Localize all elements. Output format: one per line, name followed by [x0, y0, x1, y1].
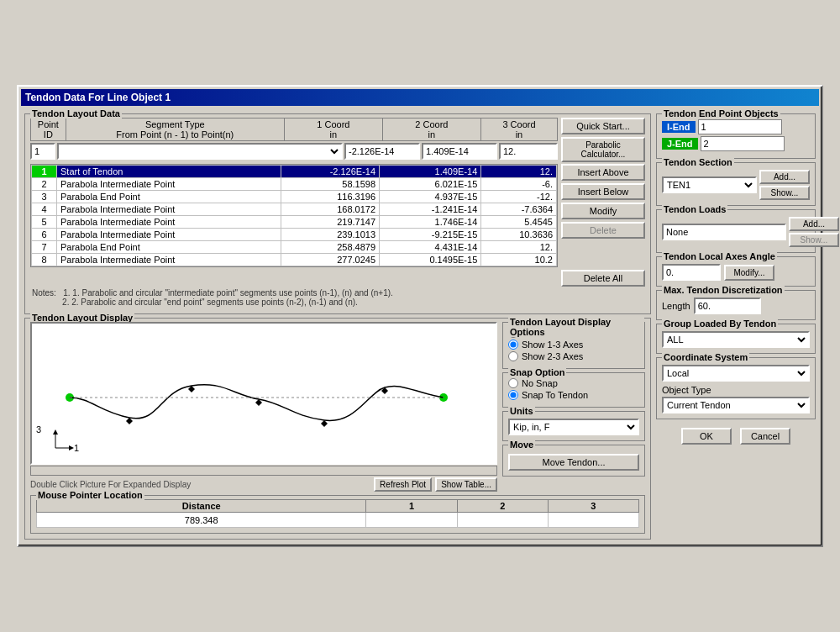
table-row[interactable]: 8Parabola Intermediate Point277.02450.14… [32, 254, 557, 266]
local-axes-input[interactable] [662, 264, 721, 281]
move-tendon-button[interactable]: Move Tendon... [508, 454, 639, 471]
quick-start-button[interactable]: Quick Start... [561, 118, 645, 134]
local-axes-title: Tendon Local Axes Angle [662, 251, 777, 261]
tendon-section-select[interactable]: TEN1 [662, 176, 757, 193]
move-title: Move [508, 440, 535, 450]
main-window: Tendon Data For Line Object 1 Tendon Lay… [17, 85, 823, 547]
display-options-title: Tendon Layout Display Options [508, 317, 644, 337]
group-loaded-title: Group Loaded By Tendon [662, 319, 778, 329]
loads-show-button[interactable]: Show... [789, 233, 839, 247]
show-13-axes-radio[interactable] [508, 340, 518, 350]
object-type-select[interactable]: Current Tendon All Tendons [662, 397, 810, 413]
table-row[interactable]: 3Parabola End Point116.31964.937E-15-12. [32, 191, 557, 203]
mouse-2-val [457, 513, 548, 528]
mouse-header-3: 3 [548, 500, 638, 513]
insert-below-button[interactable]: Insert Below [561, 183, 645, 200]
layout-table: 1Start of Tendon-2.126E-141.409E-1412.2P… [31, 165, 557, 266]
snap-to-tendon-radio[interactable] [508, 390, 518, 400]
mouse-distance-val: 789.348 [37, 513, 366, 528]
tendon-layout-data-group: Tendon Layout Data PointID Segment TypeF… [24, 113, 651, 314]
i-end-label: I-End [662, 121, 696, 133]
length-label: Length [662, 301, 690, 311]
discretization-title: Max. Tendon Discretization [662, 285, 785, 295]
loads-add-button[interactable]: Add... [789, 217, 839, 231]
svg-text:3: 3 [36, 424, 41, 434]
mouse-table: Distance 1 2 3 789.348 [36, 499, 639, 528]
parabolic-calculator-button[interactable]: Parabolic Calculator... [561, 137, 645, 162]
svg-marker-11 [321, 420, 328, 427]
cancel-button[interactable]: Cancel [740, 428, 790, 445]
i-end-row: I-End [662, 119, 810, 134]
table-row[interactable]: 4Parabola Intermediate Point168.0172-1.2… [32, 203, 557, 216]
snap-to-tendon-label: Snap To Tendon [522, 390, 588, 400]
tendon-svg: 3 1 [32, 324, 496, 463]
section-show-button[interactable]: Show... [759, 186, 810, 200]
coordinate-system-select[interactable]: Local Global [662, 365, 810, 382]
group-loaded-group: Group Loaded By Tendon ALL [656, 324, 816, 354]
col-header-segment: Segment TypeFrom Point (n - 1) to Point(… [66, 118, 284, 141]
local-axes-modify-button[interactable]: Modify... [724, 265, 774, 281]
show-13-axes-row: Show 1-3 Axes [508, 340, 639, 350]
svg-text:1: 1 [74, 443, 79, 453]
i-end-input[interactable] [698, 119, 782, 134]
right-panel: Tendon End Point Objects I-End J-End Ten… [656, 113, 816, 540]
endpoint-objects-group: Tendon End Point Objects I-End J-End [656, 113, 816, 159]
expand-hint: Double Click Picture For Expanded Displa… [30, 480, 370, 489]
table-row[interactable]: 6Parabola Intermediate Point239.1013-9.2… [32, 229, 557, 241]
col-header-point-id: PointID [31, 118, 66, 141]
coord1-input[interactable] [344, 143, 420, 160]
ok-button[interactable]: OK [681, 428, 732, 445]
table-row[interactable]: 1Start of Tendon-2.126E-141.409E-1412. [32, 166, 557, 178]
table-row[interactable]: 5Parabola Intermediate Point219.71471.74… [32, 216, 557, 229]
delete-button[interactable]: Delete [561, 222, 645, 239]
table-row[interactable]: 7Parabola End Point258.48794.431E-1412. [32, 241, 557, 254]
no-snap-radio[interactable] [508, 378, 518, 388]
insert-above-button[interactable]: Insert Above [561, 164, 645, 181]
input-row [30, 143, 558, 160]
tendon-loads-group: Tendon Loads Add... Show... [656, 209, 816, 253]
segment-type-select[interactable] [57, 143, 343, 160]
display-canvas[interactable]: 3 1 [30, 322, 497, 465]
loads-input[interactable] [662, 224, 786, 240]
object-type-label: Object Type [662, 385, 711, 395]
units-title: Units [508, 406, 535, 416]
units-select-row: Kip, in, F [508, 419, 639, 435]
coord3-input[interactable] [499, 143, 558, 160]
units-select[interactable]: Kip, in, F [508, 419, 639, 435]
mouse-3-val [548, 513, 638, 528]
section-add-button[interactable]: Add... [759, 170, 810, 184]
table-row[interactable]: 2Parabola Intermediate Point58.15986.021… [32, 178, 557, 191]
show-23-axes-row: Show 2-3 Axes [508, 351, 639, 361]
j-end-input[interactable] [701, 136, 785, 151]
window-title: Tendon Data For Line Object 1 [25, 92, 171, 103]
delete-all-button[interactable]: Delete All [561, 270, 645, 287]
show-23-axes-label: Show 2-3 Axes [522, 351, 583, 361]
discretization-group: Max. Tendon Discretization Length [656, 290, 816, 320]
no-snap-label: No Snap [522, 378, 558, 388]
notes-section: Notes: 1. 1. Parabolic and circular "int… [30, 287, 645, 308]
no-snap-row: No Snap [508, 378, 639, 388]
coordinate-system-title: Coordinate System [662, 352, 749, 362]
show-23-axes-radio[interactable] [508, 351, 518, 361]
mouse-values-row: 789.348 [37, 513, 639, 528]
refresh-plot-button[interactable]: Refresh Plot [374, 477, 432, 492]
discretization-input[interactable] [694, 298, 761, 314]
horizontal-scrollbar[interactable] [30, 466, 497, 476]
group-loaded-select[interactable]: ALL [662, 331, 810, 348]
mouse-1-val [366, 513, 457, 528]
show-table-button[interactable]: Show Table... [435, 477, 497, 492]
title-bar: Tendon Data For Line Object 1 [21, 89, 819, 106]
show-13-axes-label: Show 1-3 Axes [522, 340, 583, 350]
coord2-input[interactable] [422, 143, 497, 160]
bottom-buttons: OK Cancel [656, 428, 816, 445]
col-header-2coord: 2 Coordin [382, 118, 480, 141]
left-panel: Tendon Layout Data PointID Segment TypeF… [24, 113, 651, 540]
layout-table-header: PointID Segment TypeFrom Point (n - 1) t… [30, 118, 558, 141]
modify-button[interactable]: Modify [561, 203, 645, 219]
tendon-section-group: Tendon Section TEN1 Add... Show... [656, 162, 816, 206]
snap-option-title: Snap Option [508, 367, 566, 377]
point-id-input[interactable] [30, 143, 55, 160]
j-end-label: J-End [662, 138, 698, 150]
svg-marker-2 [53, 429, 58, 434]
tendon-loads-title: Tendon Loads [662, 204, 727, 214]
